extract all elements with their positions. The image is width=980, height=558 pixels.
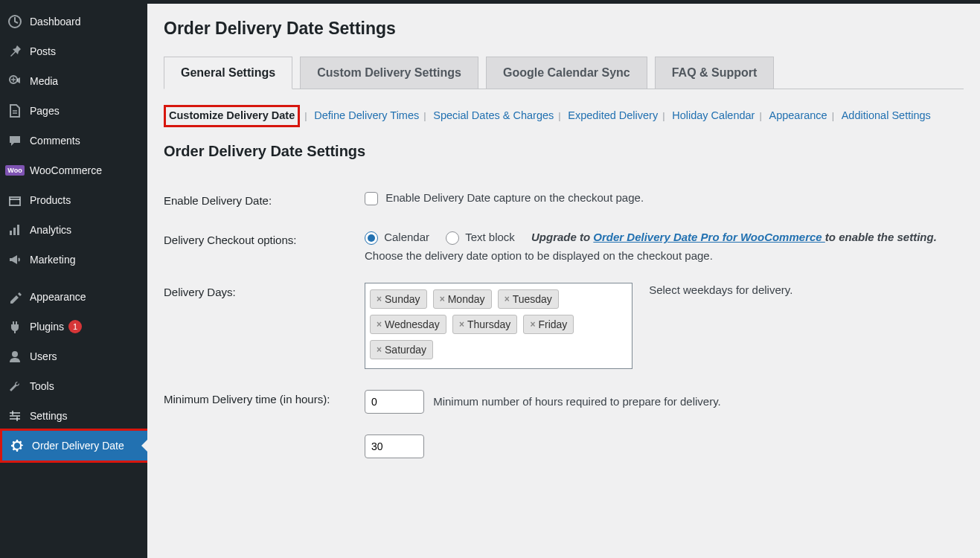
day-chip[interactable]: ×Tuesday	[498, 289, 559, 309]
settings-form: Enable Delivery Date: Enable Delivery Da…	[164, 181, 964, 469]
svg-rect-3	[10, 231, 12, 235]
min-delivery-time-input[interactable]	[365, 390, 424, 414]
pin-icon	[7, 44, 22, 59]
checkout-option-calendar[interactable]: Calendar	[365, 231, 432, 243]
checkout-option-textblock[interactable]: Text block	[446, 231, 518, 243]
tab-bar: General Settings Custom Delivery Setting…	[164, 57, 964, 89]
sidebar-item-media[interactable]: Media	[0, 66, 147, 96]
upgrade-link[interactable]: Order Delivery Date Pro for WooCommerce	[593, 231, 824, 243]
field-label-days: Delivery Days:	[164, 272, 365, 379]
subnav-define-delivery-times[interactable]: Define Delivery Times	[314, 109, 419, 121]
day-chip[interactable]: ×Wednesday	[370, 315, 446, 334]
subnav-expedited-delivery[interactable]: Expedited Delivery	[568, 109, 658, 121]
subnav-additional-settings[interactable]: Additional Settings	[842, 109, 931, 121]
num-dates-input[interactable]	[365, 434, 424, 458]
day-chip[interactable]: ×Thursday	[452, 315, 517, 334]
main-content: Order Delivery Date Settings General Set…	[147, 4, 980, 558]
sidebar-item-posts[interactable]: Posts	[0, 36, 147, 66]
sidebar-item-order-delivery-date[interactable]: Order Delivery Date	[0, 429, 147, 463]
remove-icon[interactable]: ×	[377, 294, 382, 304]
subnav-appearance[interactable]: Appearance	[769, 109, 827, 121]
upgrade-suffix: to enable the setting.	[825, 231, 937, 243]
sidebar-item-analytics[interactable]: Analytics	[0, 215, 147, 245]
svg-rect-10	[12, 411, 13, 415]
field-label-checkout: Delivery Checkout options:	[164, 220, 365, 272]
separator: |	[304, 110, 307, 121]
field-label-numdates	[164, 424, 365, 469]
mintime-help-text: Minimum number of hours required to prep…	[433, 395, 721, 408]
sidebar-item-label: Marketing	[30, 254, 75, 266]
day-chip[interactable]: ×Saturday	[370, 340, 433, 359]
separator: |	[759, 110, 761, 121]
sidebar-item-label: Dashboard	[30, 16, 81, 28]
sidebar-item-settings[interactable]: Settings	[0, 401, 147, 431]
sidebar-item-products[interactable]: Products	[0, 185, 147, 215]
appearance-icon	[7, 289, 22, 304]
checkbox-text: Enable Delivery Date capture on the chec…	[385, 191, 644, 204]
remove-icon[interactable]: ×	[530, 319, 535, 330]
subnav-customize-delivery-date[interactable]: Customize Delivery Date	[164, 105, 300, 127]
svg-rect-11	[16, 417, 18, 421]
sidebar-item-appearance[interactable]: Appearance	[0, 282, 147, 312]
day-chip[interactable]: ×Friday	[523, 315, 574, 334]
svg-rect-9	[10, 418, 20, 420]
radio-label-text: Text block	[465, 231, 515, 243]
sidebar-item-marketing[interactable]: Marketing	[0, 245, 147, 275]
comment-icon	[7, 133, 22, 148]
radio-textblock[interactable]	[446, 231, 459, 245]
sidebar-item-woocommerce[interactable]: Woo WooCommerce	[0, 155, 147, 185]
field-label-enable: Enable Delivery Date:	[164, 181, 365, 220]
radio-label-text: Calendar	[384, 231, 429, 243]
svg-rect-7	[10, 412, 20, 414]
users-icon	[7, 349, 22, 364]
day-chip[interactable]: ×Sunday	[370, 289, 427, 309]
tab-custom-delivery-settings[interactable]: Custom Delivery Settings	[300, 57, 478, 89]
dashboard-icon	[7, 14, 22, 29]
settings-icon	[7, 408, 22, 423]
sidebar-item-comments[interactable]: Comments	[0, 126, 147, 155]
enable-checkbox-label[interactable]: Enable Delivery Date capture on the chec…	[365, 191, 644, 204]
remove-icon[interactable]: ×	[377, 319, 382, 330]
sidebar-item-tools[interactable]: Tools	[0, 371, 147, 401]
remove-icon[interactable]: ×	[505, 294, 510, 304]
sidebar-item-label: WooCommerce	[30, 164, 102, 176]
sidebar-item-users[interactable]: Users	[0, 341, 147, 371]
delivery-days-multiselect[interactable]: ×Sunday ×Monday ×Tuesday ×Wednesday ×Thu…	[365, 283, 632, 369]
admin-sidebar: Dashboard Posts Media Pages Comments	[0, 4, 147, 558]
sidebar-item-label: Tools	[30, 380, 54, 392]
tab-google-calendar-sync[interactable]: Google Calendar Sync	[486, 57, 647, 89]
radio-calendar[interactable]	[365, 231, 378, 245]
woo-icon: Woo	[7, 163, 22, 178]
remove-icon[interactable]: ×	[459, 319, 464, 330]
tools-icon	[7, 379, 22, 394]
remove-icon[interactable]: ×	[440, 294, 445, 304]
subnav-holiday-calendar[interactable]: Holiday Calendar	[672, 109, 755, 121]
plugins-icon	[7, 319, 22, 334]
chip-label: Monday	[448, 293, 485, 305]
sidebar-item-dashboard[interactable]: Dashboard	[0, 4, 147, 36]
sidebar-item-label: Settings	[30, 410, 68, 422]
chip-label: Wednesday	[385, 318, 440, 330]
chip-label: Tuesday	[513, 293, 552, 305]
chip-label: Thursday	[467, 318, 510, 330]
subnav-special-dates-charges[interactable]: Special Dates & Charges	[433, 109, 554, 121]
enable-delivery-date-checkbox[interactable]	[365, 192, 378, 205]
products-icon	[7, 193, 22, 208]
svg-rect-4	[13, 228, 16, 235]
chip-label: Sunday	[385, 293, 420, 305]
analytics-icon	[7, 222, 22, 237]
day-chip[interactable]: ×Monday	[433, 289, 492, 309]
sidebar-item-label: Media	[30, 75, 58, 87]
separator: |	[832, 110, 834, 121]
sidebar-item-label: Pages	[30, 105, 60, 117]
tab-faq-support[interactable]: FAQ & Support	[655, 57, 775, 89]
tab-general-settings[interactable]: General Settings	[164, 57, 292, 89]
sidebar-item-plugins[interactable]: Plugins 1	[0, 312, 147, 341]
remove-icon[interactable]: ×	[377, 344, 382, 355]
sidebar-item-pages[interactable]: Pages	[0, 96, 147, 126]
svg-rect-2	[10, 197, 20, 205]
checkout-help-text: Choose the delivery date option to be di…	[365, 249, 964, 262]
days-help-text: Select weekdays for delivery.	[649, 283, 792, 296]
separator: |	[662, 110, 664, 121]
sidebar-item-label: Users	[30, 350, 57, 362]
